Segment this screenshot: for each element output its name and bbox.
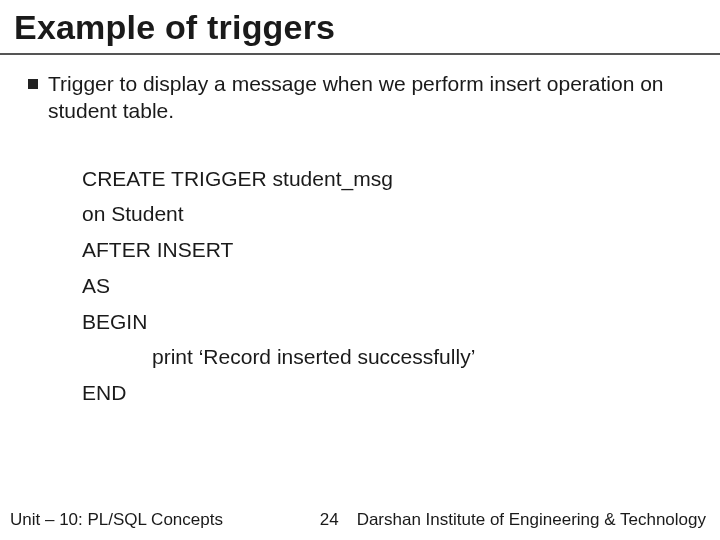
footer-org: Darshan Institute of Engineering & Techn…: [357, 510, 706, 530]
slide-title: Example of triggers: [0, 0, 720, 55]
footer-page-number: 24: [320, 510, 339, 530]
code-block: CREATE TRIGGER student_msg on Student AF…: [82, 161, 692, 411]
code-line: on Student: [82, 196, 692, 232]
bullet-text: Trigger to display a message when we per…: [48, 71, 692, 125]
code-line: AFTER INSERT: [82, 232, 692, 268]
slide: Example of triggers Trigger to display a…: [0, 0, 720, 540]
bullet-item: Trigger to display a message when we per…: [28, 71, 692, 125]
code-line-indent: print ‘Record inserted successfully’: [152, 339, 692, 375]
bullet-icon: [28, 79, 38, 89]
code-line: END: [82, 375, 692, 411]
code-line: AS: [82, 268, 692, 304]
code-line: CREATE TRIGGER student_msg: [82, 161, 692, 197]
footer-unit: Unit – 10: PL/SQL Concepts: [10, 510, 223, 530]
slide-body: Trigger to display a message when we per…: [0, 55, 720, 411]
footer: Unit – 10: PL/SQL Concepts 24 Darshan In…: [0, 510, 720, 530]
code-line: BEGIN: [82, 304, 692, 340]
